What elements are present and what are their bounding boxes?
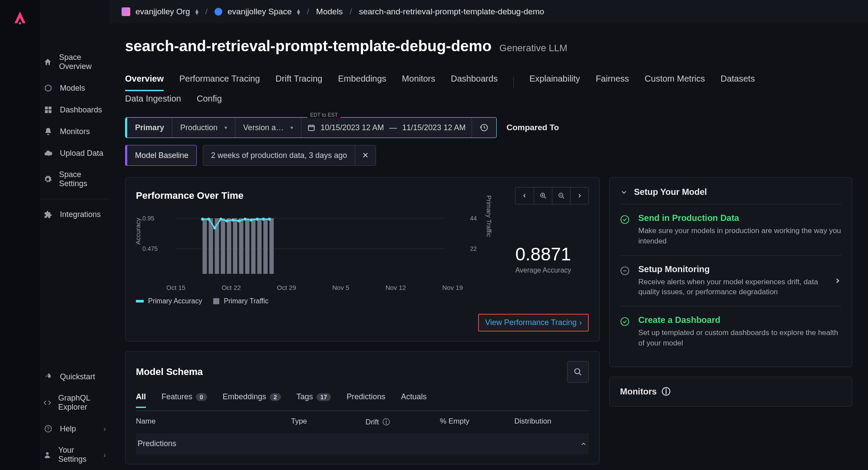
svg-rect-16 [221,218,225,274]
sidebar-item-space-overview[interactable]: Space Overview [40,47,109,77]
dataset-value: Production [180,123,218,132]
y-tick-right: 22 [470,245,477,252]
y-axis-right-label: Primary Traffic [485,195,493,237]
updown-icon: ▴▾ [195,9,198,15]
schema-group-predictions[interactable]: Predictions [136,433,589,454]
tab-monitors[interactable]: Monitors [402,74,436,91]
sidebar-item-monitors[interactable]: Monitors [40,121,109,142]
gear-icon [43,174,52,184]
legend-swatch-accuracy [136,300,144,302]
sidebar-item-label: Help [60,424,76,434]
sidebar-item-help[interactable]: ? Help › [40,418,109,440]
history-button[interactable] [472,118,496,138]
info-icon: ⓘ [662,386,670,398]
sidebar-item-upload-data[interactable]: Upload Data [40,142,109,164]
history-icon [480,123,488,132]
sidebar-item-models[interactable]: Models [40,77,109,99]
breadcrumb-space[interactable]: evanjjolley Space ▴▾ [215,7,300,16]
tab-datasets[interactable]: Datasets [720,74,755,91]
model-schema-card: Model Schema All Features0 Embeddings2 T… [125,351,600,464]
y-tick-left: 0.95 [142,215,154,222]
close-icon: ✕ [362,151,369,160]
tab-overview[interactable]: Overview [125,74,164,91]
chevron-right-icon: › [579,318,582,327]
schema-tab-embeddings[interactable]: Embeddings2 [223,392,281,408]
tab-data-ingestion[interactable]: Data Ingestion [125,94,181,109]
baseline-remove-button[interactable]: ✕ [355,145,376,165]
check-circle-icon [620,317,630,326]
logo-icon[interactable] [11,9,29,27]
setup-model-card: Setup Your Model Send in Production Data… [609,177,852,367]
tab-embeddings[interactable]: Embeddings [338,74,386,91]
schema-tab-predictions[interactable]: Predictions [347,392,385,408]
y-tick-left: 0.475 [142,245,158,252]
sidebar-item-space-settings[interactable]: Space Settings [40,164,109,194]
sidebar-item-integrations[interactable]: Integrations [40,204,109,225]
schema-tabs: All Features0 Embeddings2 Tags17 Predict… [136,392,589,408]
svg-point-36 [268,218,271,221]
dataset-select[interactable]: Production ▾ [172,118,235,138]
setup-item-dashboard[interactable]: Create a Dashboard Set up templated or c… [620,306,842,357]
schema-tab-tags[interactable]: Tags17 [297,392,331,408]
sidebar-item-your-settings[interactable]: Your Settings › [40,440,109,470]
svg-rect-23 [264,218,268,274]
tab-config[interactable]: Config [197,94,222,109]
setup-item-monitoring[interactable]: Setup Monitoring Receive alerts when you… [620,255,842,306]
sidebar-item-dashboards[interactable]: Dashboards [40,99,109,121]
svg-point-28 [219,218,222,221]
tab-performance-tracing[interactable]: Performance Tracing [179,74,260,91]
breadcrumb-org-label: evanjjolley Org [135,7,190,16]
check-circle-icon [620,215,630,224]
chart-zoom-in-button[interactable] [534,187,552,204]
breadcrumb-model-label: search-and-retrieval-prompt-template-deb… [359,7,545,16]
chart-legend: Primary Accuracy Primary Traffic [136,297,485,305]
space-avatar-icon [215,8,222,16]
sidebar-item-label: Upload Data [60,149,103,158]
sidebar-item-label: Your Settings [58,446,96,464]
sidebar-item-quickstart[interactable]: Quickstart [40,366,109,388]
metric-label: Average Accuracy [498,266,589,274]
tab-explainability[interactable]: Explainability [529,74,580,91]
view-performance-tracing-link[interactable]: View Performance Tracing › [478,314,589,332]
cube-icon [43,83,53,93]
schema-tab-actuals[interactable]: Actuals [401,392,426,408]
chart-next-button[interactable] [570,187,588,204]
primary-label: Primary [125,118,172,138]
chevron-right-icon: › [103,424,106,434]
sidebar-item-label: Models [60,84,85,93]
setup-title: Setup Your Model [634,187,707,197]
sidebar-item-graphql[interactable]: GraphQL Explorer [40,388,109,418]
performance-chart: Accuracy Primary Traffic 0.95 0.475 44 2… [136,213,485,305]
tab-custom-metrics[interactable]: Custom Metrics [645,74,705,91]
chevron-down-icon: ▾ [290,125,293,131]
setup-item-title: Create a Dashboard [638,315,842,325]
metric-value: 0.8871 [498,244,589,265]
setup-item-production-data[interactable]: Send in Production Data Make sure your m… [620,204,842,255]
tabs-row-1: Overview Performance Tracing Drift Traci… [109,63,868,91]
timezone-note: EDT to EST [307,112,340,118]
setup-header[interactable]: Setup Your Model [620,187,842,204]
tab-drift-tracing[interactable]: Drift Tracing [276,74,323,91]
svg-point-27 [213,227,216,230]
chart-prev-button[interactable] [515,187,534,204]
tab-dashboards[interactable]: Dashboards [451,74,498,91]
chart-zoom-out-button[interactable] [552,187,570,204]
breadcrumb-separator: / [205,7,208,16]
version-select[interactable]: Version a… ▾ [235,118,301,138]
schema-tab-all[interactable]: All [136,392,146,408]
baseline-value-text: 2 weeks of production data, 3 days ago [203,151,355,160]
model-baseline-label[interactable]: Model Baseline [125,145,197,166]
svg-point-35 [262,218,265,221]
tab-fairness[interactable]: Fairness [596,74,629,91]
schema-tab-features[interactable]: Features0 [162,392,207,408]
svg-rect-21 [251,218,256,274]
schema-search-button[interactable] [567,361,589,383]
breadcrumb-models[interactable]: Models [316,7,343,16]
svg-point-0 [19,22,21,24]
svg-rect-8 [308,125,314,131]
breadcrumb-model[interactable]: search-and-retrieval-prompt-template-deb… [359,7,545,16]
page-title: search-and-retrieval-prompt-template-deb… [125,37,492,55]
breadcrumb-org[interactable]: evanjjolley Org ▴▾ [122,7,198,16]
date-range-picker[interactable]: EDT to EST 10/15/2023 12 AM — 11/15/2023… [301,118,472,138]
user-icon [43,450,51,460]
